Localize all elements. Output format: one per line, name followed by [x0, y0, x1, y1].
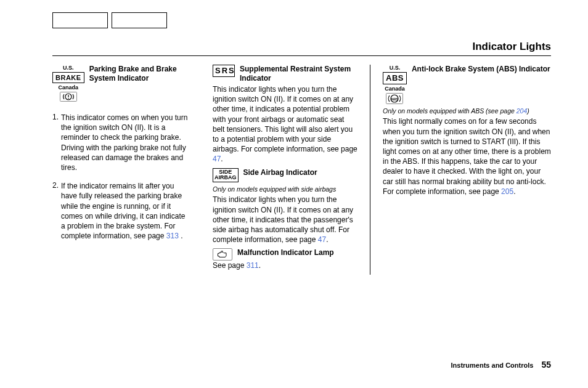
brake-icon-group: U.S. BRAKE Canada — [52, 65, 84, 102]
us-label: U.S. — [390, 65, 401, 71]
column-2: SRS Supplemental Restraint System Indica… — [205, 65, 370, 275]
srs-title: Supplemental Restraint System Indicator — [240, 65, 357, 83]
mil-header: Malfunction Indicator Lamp — [213, 248, 357, 261]
parking-brake-header: U.S. BRAKE Canada Parking Brake and Brak… — [52, 65, 190, 102]
nav-box-2[interactable] — [112, 12, 167, 28]
page-link-313[interactable]: 313 — [166, 232, 179, 240]
footer-section: Instruments and Controls — [451, 362, 534, 369]
parking-brake-title: Parking Brake and Brake System Indicator — [89, 65, 190, 83]
brake-warning-icon — [60, 92, 77, 102]
abs-body: This light normally comes on for a few s… — [383, 116, 551, 196]
column-3: U.S. ABS Canada ABS Anti-lock Brake Syst… — [370, 65, 551, 275]
abs-icon: ABS — [383, 72, 407, 84]
mil-text-b: . — [259, 261, 261, 270]
abs-warning-icon: ABS — [386, 93, 403, 104]
abs-note: Only on models equipped with ABS (see pa… — [383, 107, 551, 115]
mil-title: Malfunction Indicator Lamp — [237, 248, 334, 257]
nav-box-1[interactable] — [52, 12, 108, 28]
nav-tabs — [52, 12, 551, 28]
item-2-text: If the indicator remains lit after you h… — [61, 181, 190, 241]
page-footer: Instruments and Controls 55 — [451, 360, 551, 370]
srs-text-b: . — [221, 155, 223, 163]
item-number: 1. — [52, 113, 59, 172]
content-columns: U.S. BRAKE Canada Parking Brake and Brak… — [52, 65, 551, 275]
abs-text-a: This light normally comes on for a few s… — [383, 117, 551, 195]
srs-section: SRS Supplemental Restraint System Indica… — [213, 65, 357, 164]
list-item-2: 2. If the indicator remains lit after yo… — [52, 181, 190, 241]
srs-text-a: This indicator lights when you turn the … — [213, 85, 357, 153]
item-1-text: This indicator comes on when you turn th… — [61, 113, 190, 172]
canada-label: Canada — [59, 84, 79, 91]
abs-note-a: Only on models equipped with ABS (see pa… — [383, 107, 517, 115]
abs-header: U.S. ABS Canada ABS Anti-lock Brake Syst… — [383, 65, 551, 104]
footer-page: 55 — [541, 360, 551, 370]
abs-icon-group: U.S. ABS Canada ABS — [383, 65, 407, 104]
side-airbag-body: This indicator lights when you turn the … — [213, 195, 357, 245]
svg-text:ABS: ABS — [391, 97, 399, 101]
us-label: U.S. — [63, 65, 74, 71]
side-airbag-icon: SIDE AIRBAG — [213, 168, 239, 183]
side-airbag-title: Side Airbag Indicator — [243, 168, 317, 177]
page-link-204[interactable]: 204 — [517, 107, 528, 115]
abs-title: Anti-lock Brake System (ABS) Indicator — [412, 65, 550, 74]
srs-icon: SRS — [213, 65, 235, 77]
mil-body: See page 311. — [213, 261, 357, 270]
side-text-a: This indicator lights when you turn the … — [213, 195, 353, 244]
list-item-1: 1. This indicator comes on when you turn… — [52, 113, 190, 172]
page-link-47-a[interactable]: 47 — [213, 155, 221, 163]
srs-body: This indicator lights when you turn the … — [213, 84, 357, 164]
page-link-311[interactable]: 311 — [247, 261, 259, 270]
page-link-47-b[interactable]: 47 — [318, 235, 326, 244]
mil-section: Malfunction Indicator Lamp See page 311. — [213, 248, 357, 270]
canada-label: Canada — [385, 86, 405, 92]
page-link-205[interactable]: 205 — [501, 187, 513, 196]
side-airbag-note: Only on models equipped with side airbag… — [213, 185, 357, 193]
brake-icon: BRAKE — [52, 72, 84, 83]
abs-text-b: . — [513, 187, 515, 196]
side-airbag-section: SIDE AIRBAG Side Airbag Indicator Only o… — [213, 168, 357, 245]
mil-text-a: See page — [213, 261, 247, 270]
engine-icon — [213, 248, 232, 261]
parking-brake-body: 1. This indicator comes on when you turn… — [52, 113, 190, 241]
side-text-b: . — [326, 235, 328, 244]
svg-point-3 — [68, 98, 69, 99]
page-title: Indicator Lights — [52, 41, 551, 56]
side-icon-l2: AIRBAG — [214, 175, 237, 181]
item-number: 2. — [52, 181, 59, 241]
srs-header: SRS Supplemental Restraint System Indica… — [213, 65, 357, 83]
item-2-text-b: . — [179, 232, 183, 240]
side-airbag-header: SIDE AIRBAG Side Airbag Indicator — [213, 168, 357, 183]
abs-note-b: ) — [527, 107, 529, 115]
column-1: U.S. BRAKE Canada Parking Brake and Brak… — [52, 65, 205, 275]
